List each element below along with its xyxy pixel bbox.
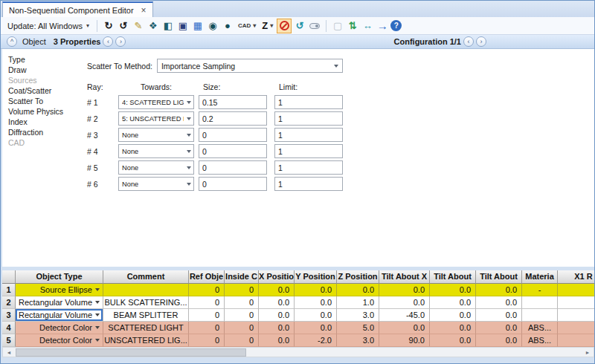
size-input[interactable]	[199, 144, 267, 158]
cell-x1[interactable]	[558, 322, 594, 334]
limit-input[interactable]	[274, 160, 343, 175]
towards-select[interactable]: None	[118, 144, 194, 158]
sphere-icon[interactable]: ●	[221, 19, 234, 33]
cell-z-position[interactable]: 3.0	[337, 334, 379, 347]
size-input[interactable]	[199, 177, 267, 191]
cell-tilt-y[interactable]: 0.0	[430, 309, 476, 322]
cell-z-position[interactable]: 1.0	[337, 296, 379, 309]
cell-tilt-x[interactable]: 0.0	[379, 284, 430, 296]
z-axis-dropdown[interactable]: Z ▾	[260, 20, 275, 31]
cell-x1[interactable]	[558, 284, 594, 296]
scroll-left-button[interactable]: ◄	[4, 348, 14, 357]
refresh-icon[interactable]: ↻	[102, 19, 115, 33]
cell-tilt-z[interactable]: 0.0	[476, 309, 522, 322]
cell-z-position[interactable]: 5.0	[337, 322, 379, 334]
limit-input[interactable]	[274, 144, 343, 158]
refresh-all-icon[interactable]: ↺	[117, 19, 130, 33]
size-input[interactable]	[199, 95, 267, 109]
scatter-method-select[interactable]: Importance Sampling	[157, 59, 343, 73]
cell-y-position[interactable]: 0.0	[295, 296, 337, 309]
rotate-icon[interactable]: ↺	[293, 19, 306, 33]
cell-inside-of[interactable]: 0	[225, 334, 259, 347]
row-number[interactable]: 3	[2, 309, 16, 322]
towards-select[interactable]: None	[118, 128, 194, 142]
cell-object-type[interactable]: Rectangular Volume	[16, 309, 103, 322]
cell-tilt-x[interactable]: 0.0	[379, 322, 430, 334]
cell-tilt-z[interactable]: 0.0	[476, 334, 522, 347]
cell-x1[interactable]	[558, 296, 594, 309]
prev-object-button[interactable]: ‹	[103, 36, 113, 47]
edit-pencil-icon[interactable]: ✎	[132, 19, 145, 33]
cell-inside-of[interactable]: 0	[225, 284, 259, 296]
cell-tilt-y[interactable]: 0.0	[430, 334, 476, 347]
scroll-right-button[interactable]: ►	[582, 348, 593, 357]
cad-dropdown[interactable]: CAD ▾	[236, 22, 258, 29]
size-input[interactable]	[199, 160, 267, 175]
scrollbar-thumb[interactable]	[16, 348, 246, 357]
cell-object-type[interactable]: Rectangular Volume	[16, 296, 103, 309]
cell-tilt-y[interactable]: 0.0	[430, 296, 476, 309]
shaded-model-icon[interactable]: ❖	[147, 19, 160, 33]
cell-ref-object[interactable]: 0	[189, 296, 225, 309]
toggle-icon[interactable]	[308, 19, 321, 33]
limit-input[interactable]	[274, 128, 343, 142]
cell-y-position[interactable]: 0.0	[295, 284, 337, 296]
cell-comment[interactable]: UNSCATTERED LIG...	[103, 334, 189, 347]
cell-ref-object[interactable]: 0	[189, 334, 225, 347]
cell-tilt-z[interactable]: 0.0	[476, 296, 522, 309]
towards-select[interactable]: None	[118, 160, 194, 175]
cell-x-position[interactable]: 0.0	[259, 334, 295, 347]
towards-select[interactable]: 5: UNSCATTERED LIGHT	[118, 111, 194, 126]
forward-arrow-icon[interactable]: →	[376, 19, 389, 33]
towards-select[interactable]: 4: SCATTERED LIGHT	[118, 95, 194, 109]
cell-comment[interactable]	[103, 284, 189, 296]
cell-object-type[interactable]: Detector Color	[16, 322, 103, 334]
cell-tilt-x[interactable]: 0.0	[379, 296, 430, 309]
cell-comment[interactable]: BULK SCATTERING...	[103, 296, 189, 309]
cell-material[interactable]: ABS...	[522, 322, 558, 334]
help-icon[interactable]: ?	[390, 20, 402, 31]
cell-x-position[interactable]: 0.0	[259, 322, 295, 334]
next-object-button[interactable]: ›	[115, 36, 126, 47]
next-configuration-button[interactable]: ›	[476, 36, 486, 47]
cell-tilt-z[interactable]: 0.0	[476, 322, 522, 334]
cell-tilt-y[interactable]: 0.0	[430, 284, 476, 296]
cell-inside-of[interactable]: 0	[225, 322, 259, 334]
tab-nsc-editor[interactable]: Non-Sequential Component Editor ×	[2, 1, 153, 17]
cell-x-position[interactable]: 0.0	[259, 309, 295, 322]
cell-tilt-y[interactable]: 0.0	[430, 322, 476, 334]
cell-material[interactable]: ABS...	[522, 334, 558, 347]
prev-configuration-button[interactable]: ‹	[463, 36, 474, 47]
limit-input[interactable]	[274, 177, 343, 191]
sidebar-item-coat-scatter[interactable]: Coat/Scatter	[8, 85, 77, 96]
collapse-properties-button[interactable]: ^	[7, 36, 17, 47]
horizontal-arrow-icon[interactable]: ↔	[361, 19, 374, 33]
cell-z-position[interactable]: 3.0	[337, 309, 379, 322]
cell-x-position[interactable]: 0.0	[259, 296, 295, 309]
cross-section-icon[interactable]: ◧	[161, 19, 175, 33]
cell-y-position[interactable]: -2.0	[295, 334, 337, 347]
solid-model-icon[interactable]: ▣	[176, 19, 190, 33]
cell-inside-of[interactable]: 0	[225, 309, 259, 322]
row-number[interactable]: 2	[2, 296, 16, 309]
towards-select[interactable]: None	[118, 177, 194, 191]
swap-arrows-icon[interactable]: ⇅	[346, 19, 359, 33]
cell-ref-object[interactable]: 0	[189, 322, 225, 334]
sidebar-item-index[interactable]: Index	[8, 117, 77, 127]
limit-input[interactable]	[274, 95, 343, 109]
cell-object-type[interactable]: Detector Color	[16, 334, 103, 347]
cell-x1[interactable]	[558, 309, 594, 322]
cell-material[interactable]	[522, 296, 558, 309]
sidebar-item-scatter-to[interactable]: Scatter To	[8, 96, 77, 106]
cell-material[interactable]: -	[522, 284, 558, 296]
cell-comment[interactable]: BEAM SPLITTER	[103, 309, 189, 322]
cell-inside-of[interactable]: 0	[225, 296, 259, 309]
size-input[interactable]	[199, 111, 267, 126]
row-number[interactable]: 4	[2, 322, 16, 334]
cell-x1[interactable]	[558, 334, 594, 347]
row-number[interactable]: 1	[2, 284, 16, 296]
cell-tilt-x[interactable]: 90.0	[379, 334, 430, 347]
grid-icon[interactable]: ▦	[191, 19, 205, 33]
cell-object-type[interactable]: Source Ellipse	[16, 284, 103, 296]
cell-y-position[interactable]: 0.0	[295, 322, 337, 334]
